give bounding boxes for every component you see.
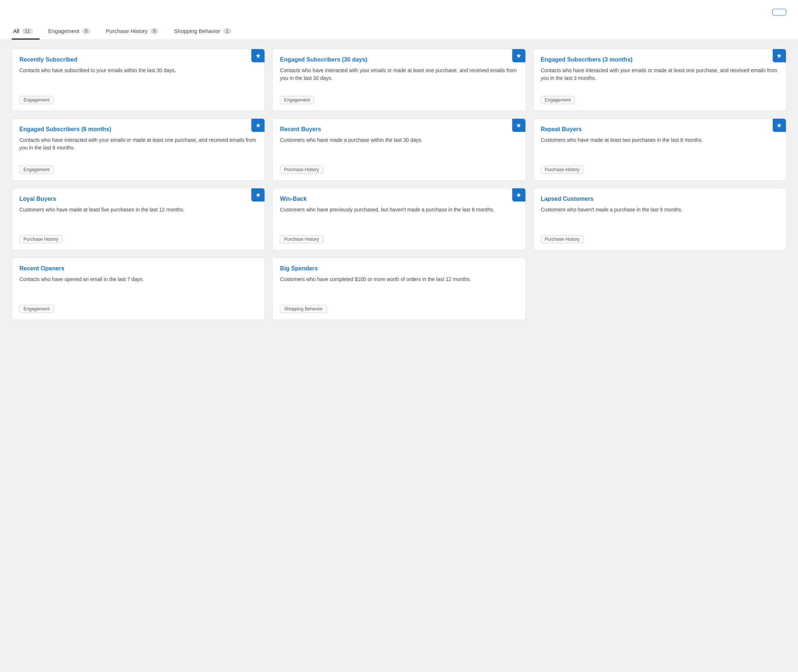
card-title-engaged-subscribers-6mo[interactable]: Engaged Subscribers (6 months) — [19, 126, 257, 133]
card-title-recent-openers[interactable]: Recent Openers — [19, 265, 257, 272]
tabs-bar: All11Engagement5Purchase History5Shoppin… — [12, 24, 786, 40]
star-button-engaged-subscribers-6mo[interactable]: ★ — [251, 119, 264, 132]
card-lapsed-customers: Lapsed Customers Customers who haven't m… — [533, 188, 786, 250]
star-button-loyal-buyers[interactable]: ★ — [251, 188, 264, 202]
card-tag-engaged-subscribers-6mo[interactable]: Engagement — [19, 166, 53, 174]
card-title-loyal-buyers[interactable]: Loyal Buyers — [19, 196, 257, 202]
card-desc-recent-openers: Contacts who have opened an email in the… — [19, 275, 257, 283]
card-tag-loyal-buyers[interactable]: Purchase History — [19, 235, 62, 243]
card-desc-loyal-buyers: Customers who have made at least five pu… — [19, 206, 257, 214]
card-desc-engaged-subscribers-30: Contacts who have interacted with your e… — [280, 67, 518, 82]
tab-shopping_behavior[interactable]: Shopping Behavior1 — [173, 24, 238, 40]
star-icon: ★ — [776, 52, 782, 60]
card-recent-buyers: ★ Recent Buyers Customers who have made … — [272, 118, 525, 181]
card-big-spenders: Big Spenders Customers who have complete… — [272, 258, 525, 320]
card-title-win-back[interactable]: Win-Back — [280, 196, 518, 202]
card-desc-recent-buyers: Customers who have made a purchase withi… — [280, 136, 518, 144]
star-icon: ★ — [516, 191, 521, 199]
tab-label: Engagement — [48, 28, 80, 34]
tab-count: 11 — [22, 28, 33, 34]
tab-count: 1 — [223, 28, 232, 34]
tab-count: 5 — [150, 28, 158, 34]
star-icon: ★ — [255, 52, 261, 60]
tab-label: Purchase History — [106, 28, 148, 34]
segments-grid: ★ Recently Subscribed Contacts who have … — [12, 49, 786, 320]
card-repeat-buyers: ★ Repeat Buyers Customers who have made … — [533, 118, 786, 181]
card-desc-lapsed-customers: Customers who haven't made a purchase in… — [541, 206, 779, 214]
card-desc-repeat-buyers: Customers who have made at least two pur… — [541, 136, 779, 144]
card-engaged-subscribers-6mo: ★ Engaged Subscribers (6 months) Contact… — [12, 118, 265, 181]
star-button-recent-buyers[interactable]: ★ — [512, 119, 525, 132]
page-header: All11Engagement5Purchase History5Shoppin… — [0, 0, 798, 40]
star-icon: ★ — [255, 122, 261, 130]
card-tag-repeat-buyers[interactable]: Purchase History — [541, 166, 584, 174]
card-desc-recently-subscribed: Contacts who have subscribed to your ema… — [19, 67, 257, 74]
star-icon: ★ — [516, 52, 521, 60]
star-button-repeat-buyers[interactable]: ★ — [773, 119, 786, 132]
card-title-engaged-subscribers-3mo[interactable]: Engaged Subscribers (3 months) — [541, 56, 779, 63]
star-button-recently-subscribed[interactable]: ★ — [251, 49, 264, 62]
star-icon: ★ — [255, 191, 261, 199]
tab-label: All — [13, 28, 19, 34]
card-tag-engaged-subscribers-30[interactable]: Engagement — [280, 96, 314, 104]
card-tag-big-spenders[interactable]: Shopping Behavior — [280, 305, 327, 313]
card-recently-subscribed: ★ Recently Subscribed Contacts who have … — [12, 49, 265, 111]
star-button-engaged-subscribers-30[interactable]: ★ — [512, 49, 525, 62]
star-button-win-back[interactable]: ★ — [512, 188, 525, 202]
card-title-big-spenders[interactable]: Big Spenders — [280, 265, 518, 272]
tab-engagement[interactable]: Engagement5 — [47, 24, 97, 40]
star-icon: ★ — [776, 122, 782, 130]
header-top — [12, 9, 786, 15]
card-recent-openers: Recent Openers Contacts who have opened … — [12, 258, 265, 320]
card-desc-engaged-subscribers-3mo: Contacts who have interacted with your e… — [541, 67, 779, 82]
tab-purchase_history[interactable]: Purchase History5 — [104, 24, 165, 40]
star-button-engaged-subscribers-3mo[interactable]: ★ — [773, 49, 786, 62]
card-title-engaged-subscribers-30[interactable]: Engaged Subscribers (30 days) — [280, 56, 518, 63]
main-content: ★ Recently Subscribed Contacts who have … — [0, 40, 798, 329]
card-desc-big-spenders: Customers who have completed $100 or mor… — [280, 275, 518, 283]
card-tag-lapsed-customers[interactable]: Purchase History — [541, 235, 584, 243]
card-title-recently-subscribed[interactable]: Recently Subscribed — [19, 56, 257, 63]
card-tag-recently-subscribed[interactable]: Engagement — [19, 96, 53, 104]
card-loyal-buyers: ★ Loyal Buyers Customers who have made a… — [12, 188, 265, 250]
card-tag-recent-buyers[interactable]: Purchase History — [280, 166, 323, 174]
star-icon: ★ — [516, 122, 521, 130]
card-tag-win-back[interactable]: Purchase History — [280, 235, 323, 243]
card-title-lapsed-customers[interactable]: Lapsed Customers — [541, 196, 779, 202]
create-custom-segment-button[interactable] — [772, 9, 786, 15]
tab-all[interactable]: All11 — [12, 24, 40, 40]
card-engaged-subscribers-3mo: ★ Engaged Subscribers (3 months) Contact… — [533, 49, 786, 111]
card-tag-engaged-subscribers-3mo[interactable]: Engagement — [541, 96, 575, 104]
card-win-back: ★ Win-Back Customers who have previously… — [272, 188, 525, 250]
card-tag-recent-openers[interactable]: Engagement — [19, 305, 53, 313]
card-desc-engaged-subscribers-6mo: Contacts who have interacted with your e… — [19, 136, 257, 152]
card-desc-win-back: Customers who have previously purchased,… — [280, 206, 518, 214]
card-title-repeat-buyers[interactable]: Repeat Buyers — [541, 126, 779, 133]
tab-count: 5 — [82, 28, 91, 34]
card-title-recent-buyers[interactable]: Recent Buyers — [280, 126, 518, 133]
tab-label: Shopping Behavior — [174, 28, 221, 34]
card-engaged-subscribers-30: ★ Engaged Subscribers (30 days) Contacts… — [272, 49, 525, 111]
